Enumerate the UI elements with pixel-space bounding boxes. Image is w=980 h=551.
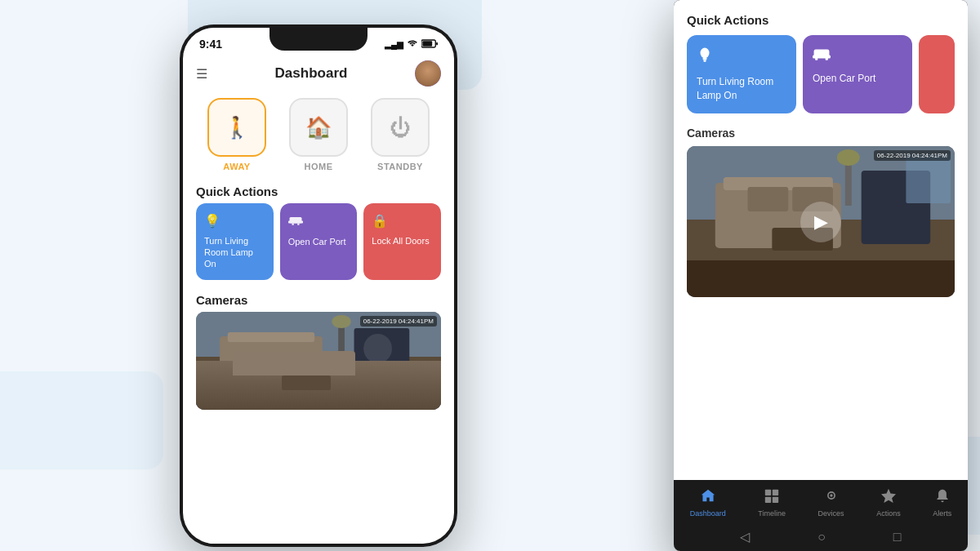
status-icons-left: ▂▄▆	[385, 38, 438, 50]
header-title-left: Dashboard	[275, 65, 348, 82]
svg-marker-40	[881, 489, 896, 503]
right-action-lamp[interactable]: Turn Living Room Lamp On	[687, 35, 796, 113]
action-doors[interactable]: 🔒 Lock All Doors	[363, 203, 441, 280]
lock-icon: 🔒	[372, 213, 433, 230]
alerts-nav-icon	[935, 488, 950, 507]
status-time-left: 9:41	[199, 38, 222, 51]
mode-home[interactable]: 🏠 HOME	[282, 98, 355, 171]
nav-actions-label: Actions	[876, 509, 901, 518]
svg-rect-16	[703, 60, 706, 62]
home-icon: 🏠	[305, 115, 332, 140]
svg-point-11	[363, 334, 392, 363]
app-header-left: ☰ Dashboard	[183, 54, 454, 91]
play-button[interactable]: ▶	[800, 202, 841, 242]
mode-away-label: AWAY	[223, 162, 250, 171]
svg-point-39	[830, 494, 832, 496]
nav-alerts-label: Alerts	[933, 509, 951, 518]
android-recent-btn[interactable]: □	[893, 530, 902, 544]
right-main: Quick Actions Turn Living Room Lamp On	[674, 0, 968, 480]
mode-away[interactable]: 🚶 AWAY	[200, 98, 274, 171]
action-doors-label: Lock All Doors	[372, 235, 433, 247]
action-car[interactable]: Open Car Port	[280, 203, 358, 280]
room-scene-left	[196, 312, 441, 410]
action-lamp[interactable]: 💡 Turn Living Room Lamp On	[196, 203, 274, 280]
svg-point-13	[332, 315, 350, 328]
right-action-extra[interactable]	[919, 35, 955, 113]
svg-rect-34	[765, 490, 771, 495]
svg-rect-32	[906, 154, 951, 203]
svg-rect-4	[288, 221, 303, 224]
svg-marker-33	[702, 490, 715, 502]
battery-icon	[421, 39, 438, 50]
room-table	[282, 375, 331, 390]
camera-feed-left[interactable]: 06-22-2019 04:24:41PM	[196, 312, 441, 410]
phone-right-screen: Quick Actions Turn Living Room Lamp On	[674, 0, 968, 551]
phone-left-screen: 9:41 ▂▄▆	[183, 28, 454, 544]
nav-devices-label: Devices	[818, 509, 844, 518]
right-action-car-label: Open Car Port	[813, 72, 902, 86]
svg-rect-27	[687, 260, 955, 297]
menu-icon[interactable]: ☰	[196, 66, 207, 82]
right-car-icon	[813, 47, 902, 65]
mode-home-icon-wrap: 🏠	[289, 98, 348, 157]
nav-dashboard-label: Dashboard	[690, 509, 726, 518]
action-car-label: Open Car Port	[288, 236, 350, 247]
svg-point-14	[701, 48, 710, 59]
camera-timestamp-left: 06-22-2019 04:24:41PM	[360, 316, 437, 327]
mode-standby-icon-wrap: ⏻	[371, 98, 430, 157]
bottom-nav-right: Dashboard Timeline	[674, 480, 968, 522]
svg-rect-8	[228, 332, 314, 342]
android-nav: ◁ ○ □	[674, 522, 968, 551]
actions-nav-icon	[881, 488, 896, 507]
nav-alerts[interactable]: Alerts	[933, 488, 951, 518]
right-lamp-icon	[697, 47, 786, 69]
away-icon: 🚶	[224, 115, 250, 140]
devices-nav-icon	[823, 488, 840, 507]
android-home-btn[interactable]: ○	[817, 530, 826, 544]
phone-left: 9:41 ▂▄▆	[180, 24, 457, 547]
bg-decoration-left	[0, 371, 163, 469]
svg-rect-35	[773, 490, 778, 495]
mode-home-label: HOME	[305, 162, 333, 171]
svg-rect-2	[436, 42, 438, 45]
cameras-title-left: Cameras	[196, 287, 441, 312]
mode-standby[interactable]: ⏻ STANDBY	[363, 98, 437, 171]
phone-notch	[270, 28, 368, 51]
wifi-icon	[407, 38, 418, 50]
right-action-car[interactable]: Open Car Port	[803, 35, 912, 113]
right-action-lamp-label: Turn Living Room Lamp On	[697, 75, 786, 103]
signal-icon: ▂▄▆	[385, 40, 403, 49]
mode-selector: 🚶 AWAY 🏠 HOME ⏻ STANDBY	[183, 91, 454, 178]
avatar-image	[415, 60, 441, 87]
svg-rect-28	[845, 161, 852, 206]
right-cameras-title: Cameras	[687, 127, 955, 140]
cameras-section-left: Cameras	[183, 280, 454, 416]
android-back-btn[interactable]: ◁	[740, 529, 750, 544]
timeline-nav-icon	[764, 488, 780, 507]
svg-rect-1	[422, 41, 432, 46]
lamp-icon: 💡	[204, 213, 265, 230]
svg-rect-15	[703, 57, 707, 60]
standby-icon: ⏻	[390, 115, 411, 140]
right-camera-timestamp: 06-22-2019 04:24:41PM	[874, 150, 951, 161]
svg-rect-36	[765, 497, 771, 503]
svg-rect-37	[773, 497, 778, 503]
right-camera-feed[interactable]: ▶ 06-22-2019 04:24:41PM	[687, 146, 955, 297]
dashboard-nav-icon	[700, 488, 716, 507]
user-avatar[interactable]	[415, 60, 441, 87]
quick-actions-left: 💡 Turn Living Room Lamp On Open Car Port…	[183, 203, 454, 280]
quick-actions-title-left: Quick Actions	[183, 178, 454, 203]
nav-devices[interactable]: Devices	[818, 488, 844, 518]
car-port-icon	[288, 213, 350, 231]
phone-right: Quick Actions Turn Living Room Lamp On	[674, 0, 968, 551]
svg-rect-19	[815, 58, 817, 60]
nav-dashboard[interactable]: Dashboard	[690, 488, 726, 518]
nav-timeline[interactable]: Timeline	[758, 488, 786, 518]
svg-point-29	[837, 149, 860, 166]
room-sofa	[233, 351, 355, 375]
nav-actions[interactable]: Actions	[876, 488, 901, 518]
svg-rect-30	[748, 187, 789, 211]
svg-rect-20	[826, 58, 828, 60]
right-content: Quick Actions Turn Living Room Lamp On	[674, 0, 968, 551]
nav-timeline-label: Timeline	[758, 509, 786, 518]
